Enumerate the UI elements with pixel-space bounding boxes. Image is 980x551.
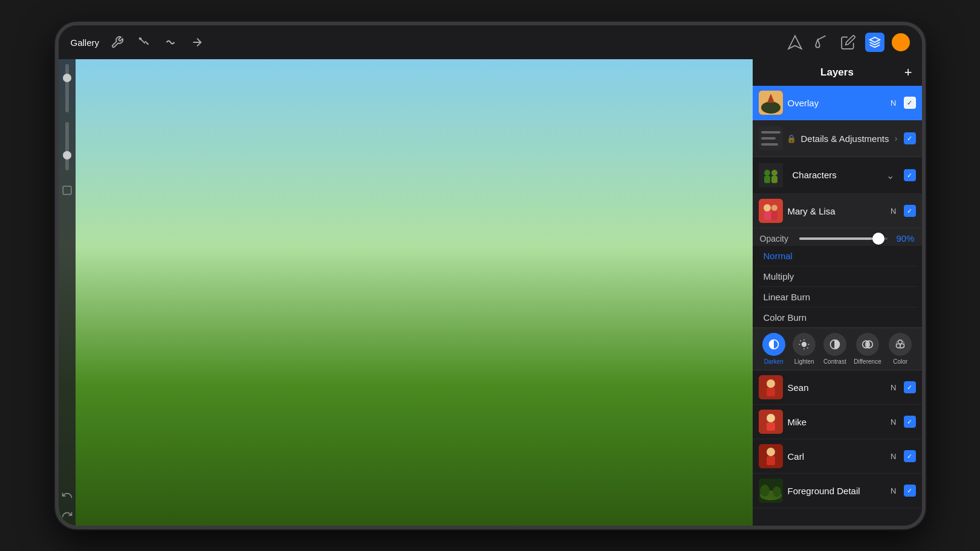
canvas-area[interactable]: -103 [59,59,753,526]
layer-thumbnail-mike [759,410,783,434]
blend-mode-color-burn[interactable]: Color Burn [758,307,917,327]
opacity-slider-track[interactable] [799,237,888,240]
wrench-icon[interactable] [109,34,126,51]
opacity-control: Opacity 90% [753,228,922,246]
lighten-icon [793,333,816,356]
check-icon: ✓ [907,208,912,214]
magic-wand-icon[interactable] [135,34,152,51]
layer-name-mary: Mary & Lisa [788,206,886,216]
add-layer-button[interactable]: + [904,65,912,80]
svg-line-91 [800,341,801,341]
svg-point-104 [767,379,775,388]
svg-point-83 [764,204,771,211]
layers-panel-button[interactable] [865,33,884,52]
layer-check-mary[interactable]: ✓ [904,205,916,217]
svg-point-110 [767,448,775,456]
category-difference[interactable]: Difference [854,333,881,365]
check-icon: ✓ [907,172,912,179]
svg-rect-82 [759,199,783,223]
layer-name-details: Details & Adjustments [801,134,891,144]
undo-button[interactable] [61,489,73,501]
layer-name-foreground: Foreground Detail [788,486,886,496]
layer-item-carl[interactable]: Carl N ✓ [753,439,922,474]
side-panel [59,59,76,526]
blend-category-icons: Darken [753,327,922,370]
blend-mode-normal[interactable]: Normal [758,246,917,266]
layer-mode-mary: N [891,207,896,216]
main-content: -103 [59,59,922,526]
opacity-thumb[interactable] [872,233,884,245]
check-icon: ✓ [907,100,912,106]
category-darken[interactable]: Darken [762,333,785,365]
svg-point-107 [767,414,775,422]
svg-rect-85 [764,211,771,220]
color-icon [889,333,912,356]
layer-check-sean[interactable]: ✓ [904,381,916,393]
contrast-icon [823,333,846,356]
pen-tool-button[interactable] [785,33,805,52]
layer-item-details[interactable]: 🔒 Details & Adjustments › ✓ [753,120,922,157]
difference-label: Difference [854,358,881,365]
layer-mode-overlay: N [891,98,896,108]
layer-mode-foreground: N [891,486,896,495]
svg-point-84 [771,205,777,211]
difference-icon [856,333,879,356]
gallery-button[interactable]: Gallery [71,37,100,48]
layers-title: Layers [820,66,854,79]
opacity-fill [799,237,878,240]
group-name-characters: Characters [793,170,881,181]
layer-group-characters[interactable]: Characters ⌄ ✓ [753,157,922,194]
toolbar-left: Gallery [71,34,206,51]
category-lighten[interactable]: Lighten [793,333,816,365]
blend-mode-dropdown: Normal Multiply Linear Burn Color Burn [753,246,922,327]
layer-check-foreground[interactable]: ✓ [904,485,916,497]
pencil-button[interactable] [839,33,858,52]
layer-check-details[interactable]: ✓ [904,132,916,144]
layer-thumbnail-overlay [759,91,783,115]
layer-item-mary[interactable]: Mary & Lisa N ✓ [753,194,922,228]
check-icon: ✓ [907,135,912,142]
redo-button[interactable] [61,509,73,521]
layer-item-foreground[interactable]: Foreground Detail N ✓ [753,474,922,508]
category-color[interactable]: Color [889,333,912,365]
svg-line-0 [140,38,145,44]
check-icon: ✓ [907,419,912,425]
svg-point-71 [761,102,780,114]
top-bar: Gallery [59,25,922,59]
layer-thumbnail-details [759,126,783,150]
color-picker-button[interactable] [892,33,910,51]
layers-panel-header: Layers + [753,59,922,86]
layer-thumbnail-mary [759,199,783,223]
color-blend-label: Color [893,358,907,365]
transform-icon[interactable] [189,34,206,51]
characters-label: Characters [793,170,837,180]
layers-panel: Layers + Overlay N ✓ [753,59,922,526]
darken-label: Darken [764,358,784,365]
layer-mode-carl: N [891,452,896,461]
layer-name-carl: Carl [788,451,886,462]
category-contrast[interactable]: Contrast [823,333,846,365]
layer-name-overlay: Overlay [788,98,886,108]
layer-check-overlay[interactable]: ✓ [904,97,916,109]
layer-check-carl[interactable]: ✓ [904,450,916,462]
layer-check-characters[interactable]: ✓ [904,169,916,181]
svg-rect-76 [761,143,778,146]
square-icon[interactable] [62,185,73,196]
brush-size-slider[interactable] [65,64,69,112]
layer-check-mike[interactable]: ✓ [904,416,916,428]
layer-item-sean[interactable]: Sean N ✓ [753,370,922,405]
svg-point-114 [760,485,770,497]
svg-point-79 [771,170,777,176]
svg-rect-75 [761,137,776,140]
svg-rect-86 [771,211,777,220]
artwork-canvas[interactable]: -103 [59,59,753,526]
svg-rect-74 [761,131,780,134]
lighten-label: Lighten [794,358,814,365]
blend-mode-multiply[interactable]: Multiply [758,266,917,286]
layer-item-mike[interactable]: Mike N ✓ [753,405,922,439]
smudge-icon[interactable] [162,34,179,51]
brush-alt-button[interactable] [812,33,831,52]
layer-item-overlay[interactable]: Overlay N ✓ [753,86,922,120]
blend-mode-linear-burn[interactable]: Linear Burn [758,286,917,307]
opacity-slider[interactable] [65,122,69,170]
